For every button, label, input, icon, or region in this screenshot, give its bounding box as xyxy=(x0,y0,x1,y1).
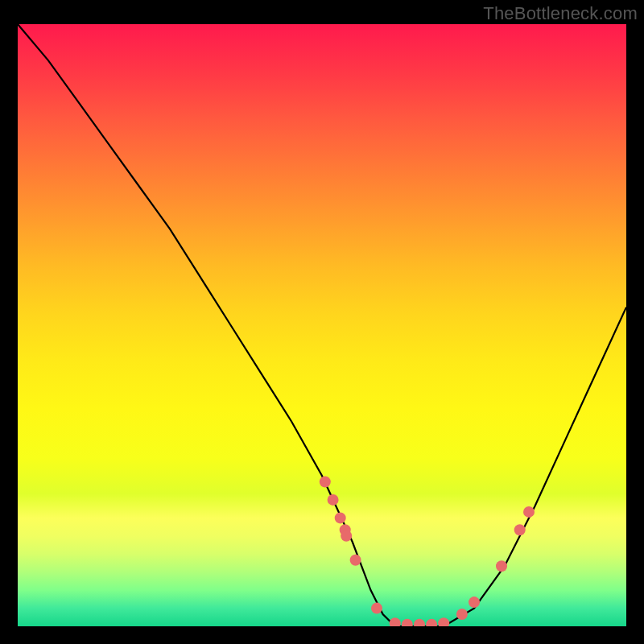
curve-marker xyxy=(438,617,449,626)
curve-marker xyxy=(341,530,352,542)
curve-marker xyxy=(390,617,401,626)
curve-marker xyxy=(496,560,507,572)
watermark-text: TheBottleneck.com xyxy=(483,3,638,24)
curve-marker xyxy=(414,619,425,626)
curve-marker xyxy=(456,609,468,620)
curve-marker xyxy=(469,597,480,608)
curve-marker xyxy=(514,524,526,535)
curve-marker xyxy=(328,494,339,506)
curve-svg xyxy=(18,24,626,626)
curve-marker xyxy=(523,506,535,518)
bottleneck-curve xyxy=(18,24,626,626)
curve-marker xyxy=(371,603,382,614)
plot-area xyxy=(18,24,626,626)
curve-markers xyxy=(320,477,535,627)
curve-marker xyxy=(350,555,361,566)
curve-marker xyxy=(426,619,437,626)
curve-marker xyxy=(320,477,331,488)
curve-marker xyxy=(402,619,413,626)
chart-frame: TheBottleneck.com xyxy=(0,0,644,644)
curve-marker xyxy=(335,512,346,523)
